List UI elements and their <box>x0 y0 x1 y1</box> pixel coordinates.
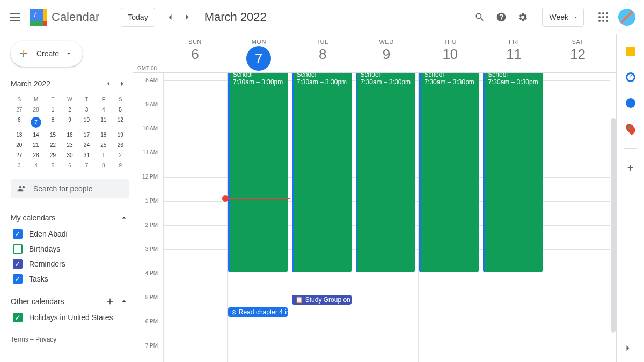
mini-day-cell[interactable]: 2 <box>112 150 129 160</box>
mini-day-cell[interactable]: 30 <box>61 150 78 160</box>
mini-day-cell[interactable]: 14 <box>27 130 44 140</box>
mini-day-cell[interactable]: 8 <box>95 160 112 171</box>
prev-week-button[interactable] <box>162 9 179 26</box>
mini-day-cell[interactable]: 19 <box>112 130 129 140</box>
mini-weekday-header: T <box>45 94 61 105</box>
main-menu-button[interactable] <box>4 6 26 28</box>
tasks-button[interactable] <box>620 67 641 88</box>
search-button[interactable] <box>469 6 491 28</box>
mini-day-cell[interactable]: 20 <box>11 140 27 150</box>
keep-button[interactable] <box>620 41 641 62</box>
mini-day-cell[interactable]: 3 <box>78 105 95 115</box>
mini-day-cell[interactable]: 15 <box>45 130 61 140</box>
mini-day-cell[interactable]: 4 <box>95 105 112 115</box>
mini-next-button[interactable] <box>116 77 129 90</box>
day-header[interactable]: TUE8 <box>291 34 355 72</box>
mini-day-cell[interactable]: 13 <box>11 130 27 140</box>
day-header[interactable]: THU10 <box>418 34 482 72</box>
day-header[interactable]: SUN6 <box>163 34 227 72</box>
week-grid[interactable]: 8 AM9 AM10 AM11 AM12 PM1 PM2 PM3 PM4 PM5… <box>133 73 616 362</box>
hide-panel-button[interactable] <box>620 341 635 356</box>
event-block[interactable]: School7:30am – 3:30pm <box>292 73 352 272</box>
checkbox-icon[interactable]: ✓ <box>13 259 23 269</box>
search-people-input[interactable]: Search for people <box>11 179 129 198</box>
day-header[interactable]: WED9 <box>355 34 419 72</box>
contacts-button[interactable] <box>620 92 641 114</box>
checkbox-icon[interactable]: ✓ <box>13 229 23 239</box>
chevron-right-icon <box>118 79 127 88</box>
mini-day-cell[interactable]: 25 <box>95 140 112 150</box>
mini-day-cell[interactable]: 9 <box>61 115 78 130</box>
terms-link[interactable]: Terms <box>11 336 28 343</box>
day-header[interactable]: MON7 <box>227 34 291 72</box>
scrollbar[interactable] <box>611 118 616 333</box>
mini-day-cell[interactable]: 16 <box>61 130 78 140</box>
create-button[interactable]: Create <box>11 41 83 67</box>
account-avatar[interactable] <box>618 9 635 26</box>
search-icon <box>474 12 485 23</box>
privacy-link[interactable]: Privacy <box>35 336 56 343</box>
mini-day-cell[interactable]: 2 <box>61 105 78 115</box>
mini-day-cell[interactable]: 28 <box>27 150 44 160</box>
mini-day-cell[interactable]: 28 <box>27 105 44 115</box>
google-apps-button[interactable] <box>592 6 614 28</box>
mini-day-cell[interactable]: 29 <box>45 150 61 160</box>
checkbox-icon[interactable] <box>13 244 23 254</box>
mini-prev-button[interactable] <box>102 77 115 90</box>
mini-day-cell[interactable]: 6 <box>61 160 78 171</box>
mini-day-cell[interactable]: 10 <box>78 115 95 130</box>
mini-day-cell[interactable]: 17 <box>78 130 95 140</box>
task-chip[interactable]: 📋 Study Group on Google Meet <box>292 295 352 305</box>
event-block[interactable]: School7:30am – 3:30pm <box>228 73 288 272</box>
other-calendars-header[interactable]: Other calendars <box>11 293 129 310</box>
view-switcher[interactable]: Week <box>542 8 584 27</box>
calendar-item[interactable]: ✓Eden Abadi <box>11 226 129 241</box>
add-icon[interactable] <box>105 297 115 306</box>
mini-day-cell[interactable]: 4 <box>27 160 44 171</box>
settings-button[interactable] <box>512 6 533 28</box>
mini-day-cell[interactable]: 23 <box>61 140 78 150</box>
mini-day-cell[interactable]: 5 <box>112 105 129 115</box>
mini-day-cell[interactable]: 27 <box>11 150 27 160</box>
checkbox-icon[interactable]: ✓ <box>13 313 23 322</box>
checkbox-icon[interactable]: ✓ <box>13 274 23 284</box>
day-header[interactable]: FRI11 <box>482 34 546 72</box>
calendar-item[interactable]: ✓Holidays in United States <box>11 310 129 325</box>
calendar-item[interactable]: ✓Reminders <box>11 256 129 271</box>
mini-day-cell[interactable]: 24 <box>78 140 95 150</box>
addons-button[interactable]: + <box>620 157 641 179</box>
my-calendars-header[interactable]: My calendars <box>11 209 129 226</box>
mini-day-cell[interactable]: 9 <box>112 160 129 171</box>
mini-day-cell[interactable]: 12 <box>112 115 129 130</box>
calendar-item[interactable]: Birthdays <box>11 241 129 256</box>
mini-day-cell[interactable]: 27 <box>11 105 27 115</box>
current-range-label[interactable]: March 2022 <box>204 10 267 24</box>
mini-day-cell[interactable]: 7 <box>78 160 95 171</box>
mini-day-cell[interactable]: 1 <box>45 105 61 115</box>
mini-day-cell[interactable]: 31 <box>78 150 95 160</box>
mini-day-cell[interactable]: 26 <box>112 140 129 150</box>
support-button[interactable] <box>491 6 512 28</box>
maps-button[interactable] <box>620 118 641 139</box>
mini-day-cell[interactable]: 6 <box>11 115 27 130</box>
calendar-item[interactable]: ✓Tasks <box>11 271 129 286</box>
day-header[interactable]: SAT12 <box>546 34 610 72</box>
mini-day-cell[interactable]: 11 <box>95 115 112 130</box>
next-week-button[interactable] <box>179 9 196 26</box>
mini-day-cell[interactable]: 7 <box>27 115 44 130</box>
mini-day-cell[interactable]: 3 <box>11 160 27 171</box>
today-button[interactable]: Today <box>121 8 155 27</box>
task-chip[interactable]: ⊘ Read chapter 4 in textbook <box>228 307 288 317</box>
mini-day-cell[interactable]: 8 <box>45 115 61 130</box>
mini-day-cell[interactable]: 1 <box>95 150 112 160</box>
hamburger-icon <box>10 17 20 18</box>
mini-month-label[interactable]: March 2022 <box>11 79 102 88</box>
mini-day-cell[interactable]: 22 <box>45 140 61 150</box>
event-block[interactable]: School7:30am – 3:30pm <box>483 73 543 272</box>
event-block[interactable]: School7:30am – 3:30pm <box>419 73 479 272</box>
calendar-logo[interactable]: 7 <box>28 6 49 28</box>
mini-day-cell[interactable]: 21 <box>27 140 44 150</box>
event-block[interactable]: School7:30am – 3:30pm <box>356 73 415 272</box>
mini-day-cell[interactable]: 18 <box>95 130 112 140</box>
mini-day-cell[interactable]: 5 <box>45 160 61 171</box>
